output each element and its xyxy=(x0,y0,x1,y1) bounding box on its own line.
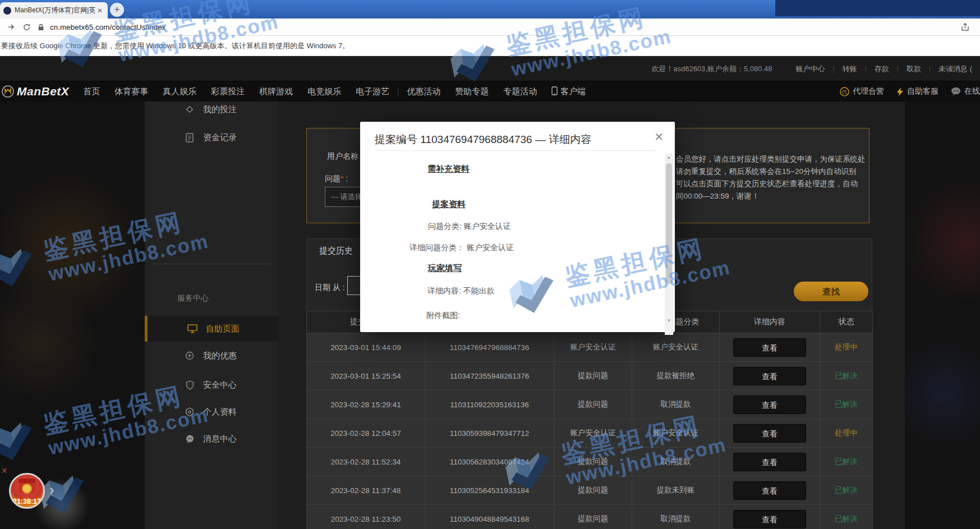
topbar-link[interactable]: 未读消息 ( xyxy=(931,64,980,74)
view-button[interactable]: 查看 xyxy=(733,338,806,357)
view-button[interactable]: 查看 xyxy=(733,453,806,471)
sidebar-item-资金记录[interactable]: 资金记录 xyxy=(145,125,278,150)
monitor-icon xyxy=(187,324,198,333)
promo-expand-chevron-icon[interactable]: › xyxy=(49,481,54,499)
view-button[interactable]: 查看 xyxy=(733,395,806,414)
sidebar-item-label: 个人资料 xyxy=(203,407,237,417)
sidebar-item-个人资料[interactable]: 个人资料 xyxy=(145,399,278,425)
cell-time: 2023-02-28 11:23:50 xyxy=(307,505,425,529)
history-table: 提交时间提案编号问题分类详细问题分类详细内容状态 2023-03-01 15:4… xyxy=(306,311,873,529)
modal-field-line: 问题分类: 账户安全认证 xyxy=(428,222,511,232)
modal-section-heading: 提案资料 xyxy=(432,199,466,210)
tabstrip-dark-region xyxy=(775,0,980,16)
cell-proposal-id: 1103056283034087424 xyxy=(425,448,554,476)
view-button[interactable]: 查看 xyxy=(733,367,806,385)
welcome-balance-text: 欢迎！asd62603,账户余额：5,080.48 xyxy=(651,64,772,74)
nav-item[interactable]: 电子游艺 xyxy=(348,86,397,97)
topbar-link[interactable]: 取款 xyxy=(899,64,929,74)
topbar-link[interactable]: 存款 xyxy=(867,64,897,74)
gift-icon xyxy=(184,351,195,360)
cell-proposal-id: 1103059398479347712 xyxy=(425,419,554,448)
view-button[interactable]: 查看 xyxy=(733,424,806,443)
info-text-line: 会员您好，请点击对应处理类别提交申请，为保证系统处 xyxy=(676,153,871,165)
account-topbar: 欢迎！asd62603,账户余额：5,080.48 账户中心|转账|存款|取款|… xyxy=(0,56,980,81)
modal-scrollbar[interactable]: ▲ ▼ xyxy=(665,153,673,335)
sidebar-item-label: 安全中心 xyxy=(203,380,237,390)
tab-submit-history[interactable]: 提交历史 xyxy=(319,246,353,256)
browser-tab[interactable]: ManBetX(万博体育)官网|英超狼 ✕ xyxy=(0,2,108,19)
promo-close-icon[interactable]: ✕ xyxy=(1,466,8,475)
cell-proposal-id: 1103052564531933184 xyxy=(425,476,554,505)
cell-proposal-id: 1103110922035163136 xyxy=(425,390,554,419)
topbar-link[interactable]: 转账 xyxy=(835,64,865,74)
left-photo-strip xyxy=(0,102,145,529)
cell-time: 2023-02-28 12:04:57 xyxy=(307,419,425,448)
nav-right-item[interactable]: 自助客服 xyxy=(896,86,938,96)
sidebar-item-label: 自助页面 xyxy=(206,324,240,334)
share-export-icon[interactable] xyxy=(960,22,970,34)
date-from-label: 日期 从 : xyxy=(315,283,345,293)
nav-item[interactable]: 体育赛事 xyxy=(107,86,155,97)
cell-time: 2023-03-01 15:25:54 xyxy=(307,362,425,390)
padlock-icon[interactable] xyxy=(38,24,44,31)
username-label: 用户名称 : xyxy=(327,151,363,162)
sidebar-item-label: 我的投注 xyxy=(203,104,237,115)
modal-field-line: 详细内容: 不能出款 xyxy=(427,286,495,296)
nav-item[interactable]: 真人娱乐 xyxy=(155,86,204,97)
forward-icon[interactable] xyxy=(7,22,16,31)
status-badge: 处理中 xyxy=(835,429,858,437)
status-badge: 已解决 xyxy=(835,486,858,494)
tab-close-icon[interactable]: ✕ xyxy=(95,7,104,15)
cell-category: 提款问题 xyxy=(554,476,632,505)
notice-text: 要接收后续 Google Chrome 更新，您需使用 Windows 10 或… xyxy=(1,41,349,51)
search-button[interactable]: 查找 xyxy=(794,282,868,301)
browser-urlbar: cn.mebetx65.com/contactUs/index xyxy=(0,19,980,36)
sidebar-divider xyxy=(153,264,270,264)
diamond-icon xyxy=(184,105,195,114)
chat-icon xyxy=(951,87,961,96)
nav-item[interactable]: 专题活动 xyxy=(496,86,544,97)
nav-item[interactable]: 优惠活动 xyxy=(399,86,448,97)
reload-icon[interactable] xyxy=(22,23,31,31)
view-button[interactable]: 查看 xyxy=(733,510,806,528)
nav-item[interactable]: 彩票投注 xyxy=(204,86,252,97)
scroll-down-icon[interactable]: ▼ xyxy=(665,316,673,325)
sidebar-item-我的优惠[interactable]: 我的优惠 xyxy=(145,343,278,369)
modal-field-line: 附件截图: xyxy=(426,311,460,321)
status-badge: 处理中 xyxy=(835,343,858,351)
cell-category: 提款问题 xyxy=(554,390,632,419)
nav-item[interactable]: 赞助专题 xyxy=(448,86,496,97)
modal-close-icon[interactable]: ✕ xyxy=(654,130,664,144)
cell-subcategory: 账户安全认证 xyxy=(632,419,720,448)
scrollbar-thumb[interactable] xyxy=(666,163,672,284)
status-badge: 已解决 xyxy=(835,457,858,466)
manbetx-logo[interactable]: ManBetX xyxy=(1,85,69,98)
sidebar-item-消息中心[interactable]: 消息中心 xyxy=(145,426,278,452)
red-envelope-promo-badge[interactable]: 21:38:17 xyxy=(9,473,45,509)
url-text[interactable]: cn.mebetx65.com/contactUs/index xyxy=(50,23,165,31)
nav-item[interactable]: 棋牌游戏 xyxy=(252,86,300,97)
scroll-up-icon[interactable]: ▲ xyxy=(665,153,673,162)
nav-item[interactable]: 客户端 xyxy=(544,86,593,97)
nav-item[interactable]: 首页 xyxy=(76,86,107,97)
table-header: 状态 xyxy=(820,311,873,333)
nav-right-item[interactable]: 在线客服 xyxy=(951,86,980,96)
new-tab-button[interactable]: + xyxy=(110,3,124,17)
nav-right-item[interactable]: 代代理合营 xyxy=(840,86,884,96)
screen: ManBetX(万博体育)官网|英超狼 ✕ + cn.mebetx65.com/… xyxy=(0,0,980,529)
cell-category: 账户安全认证 xyxy=(554,333,632,362)
view-button[interactable]: 查看 xyxy=(733,481,806,500)
modal-section-heading: 玩家填写 xyxy=(428,263,462,274)
tab-favicon-icon xyxy=(3,7,11,15)
cell-category: 提款问题 xyxy=(554,448,632,476)
gold-coin-icon xyxy=(22,484,32,494)
cell-subcategory: 提款被拒绝 xyxy=(632,362,720,390)
topbar-link[interactable]: 账户中心 xyxy=(788,64,833,74)
nav-divider xyxy=(398,88,398,95)
table-row: 2023-03-01 15:44:091103476947968884736账户… xyxy=(307,333,873,362)
nav-item[interactable]: 电竞娱乐 xyxy=(300,86,348,97)
sidebar-item-安全中心[interactable]: 安全中心 xyxy=(145,372,278,398)
sidebar-item-自助页面[interactable]: 自助页面 xyxy=(145,316,278,342)
table-row: 2023-02-28 15:29:411103110922035163136提款… xyxy=(307,390,873,419)
browser-tabstrip: ManBetX(万博体育)官网|英超狼 ✕ + xyxy=(0,0,980,19)
